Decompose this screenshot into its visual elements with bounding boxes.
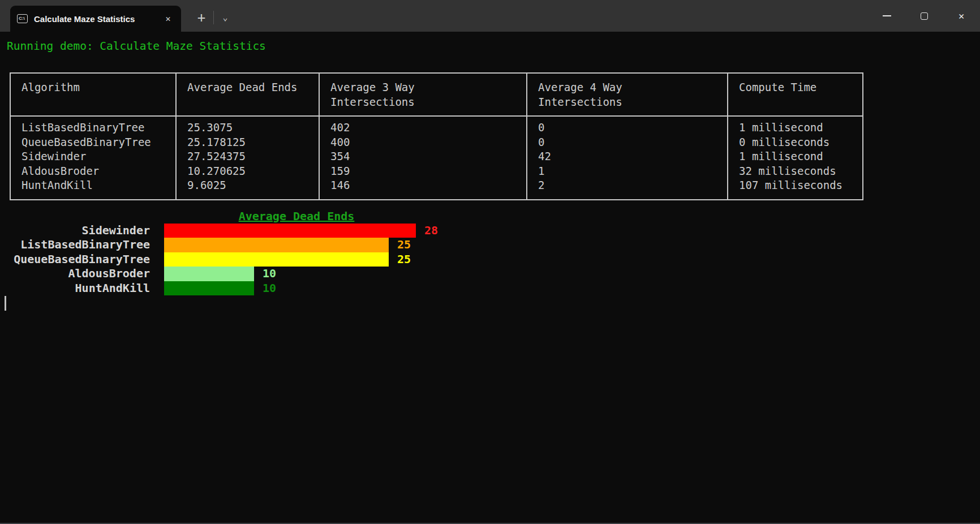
table-column: ListBasedBinaryTreeQueueBasedBinaryTreeS…	[11, 117, 177, 199]
table-header-cell: Average Dead Ends	[177, 74, 320, 115]
chart-row: HuntAndKill10	[0, 281, 980, 296]
window-controls: ✕	[868, 0, 980, 32]
minimize-button[interactable]	[868, 0, 905, 32]
titlebar: C:\ Calculate Maze Statistics ✕ + ⌄ ✕	[0, 0, 980, 32]
table-cell: Sidewinder	[22, 149, 175, 164]
chart-bar	[164, 267, 254, 281]
chart-title: Average Dead Ends	[239, 209, 355, 223]
stats-table-body: ListBasedBinaryTreeQueueBasedBinaryTreeS…	[11, 117, 862, 199]
table-header-cell: Algorithm	[11, 74, 177, 115]
table-cell: 354	[330, 149, 526, 164]
table-cell: 1 millisecond	[739, 121, 862, 135]
table-cell: 146	[330, 178, 526, 193]
table-header-cell: Average 3 Way Intersections	[320, 74, 527, 115]
chart-bar	[164, 281, 254, 296]
minimize-icon	[883, 15, 891, 16]
table-cell: 2	[538, 178, 727, 193]
chevron-down-icon: ⌄	[222, 12, 227, 23]
table-cell: 400	[330, 135, 526, 150]
table-cell: 32 milliseconds	[739, 164, 862, 179]
maximize-icon	[921, 12, 928, 20]
running-demo-line: Running demo: Calculate Maze Statistics	[7, 39, 980, 54]
table-cell: AldousBroder	[22, 164, 175, 179]
close-icon: ✕	[958, 10, 964, 22]
chart-value-label: 10	[263, 267, 276, 281]
table-cell: 25.3075	[187, 121, 319, 135]
table-cell: 42	[538, 149, 727, 164]
table-cell: 25.178125	[187, 135, 319, 150]
average-dead-ends-chart: Average Dead Ends Sidewinder28ListBasedB…	[0, 209, 980, 296]
table-cell: 402	[330, 121, 526, 135]
tab-dropdown-button[interactable]: ⌄	[216, 8, 235, 27]
table-cell: 9.6025	[187, 178, 319, 193]
table-cell: 1	[538, 164, 727, 179]
table-header-cell: Average 4 Way Intersections	[527, 74, 728, 115]
chart-bar	[164, 252, 389, 267]
chart-row: AldousBroder10	[0, 267, 980, 281]
table-cell: 27.524375	[187, 149, 319, 164]
table-column: 1 millisecond0 milliseconds1 millisecond…	[728, 117, 862, 199]
maze-statistics-table: AlgorithmAverage Dead EndsAverage 3 Way …	[10, 72, 863, 200]
table-cell: 1 millisecond	[739, 149, 862, 164]
chart-bar	[164, 224, 416, 238]
chart-category-label: Sidewinder	[0, 224, 150, 238]
chart-value-label: 25	[397, 252, 411, 267]
chart-rows: Sidewinder28ListBasedBinaryTree25QueueBa…	[0, 224, 980, 296]
chart-value-label: 28	[424, 224, 438, 238]
new-tab-button[interactable]: +	[191, 8, 212, 27]
maximize-button[interactable]	[905, 0, 943, 32]
table-cell: 0 milliseconds	[739, 135, 862, 150]
chart-row: QueueBasedBinaryTree25	[0, 252, 980, 267]
close-button[interactable]: ✕	[943, 0, 980, 32]
chart-title-wrap: Average Dead Ends	[0, 209, 593, 224]
tab-title: Calculate Maze Statistics	[34, 14, 160, 24]
tabbar-divider	[213, 11, 214, 24]
table-cell: 107 milliseconds	[739, 178, 862, 193]
chart-row: Sidewinder28	[0, 224, 980, 238]
cmd-icon: C:\	[17, 14, 28, 23]
tab-close-icon[interactable]: ✕	[160, 10, 177, 27]
table-column: 402400354159146	[320, 117, 527, 199]
chart-row: ListBasedBinaryTree25	[0, 238, 980, 252]
table-cell: ListBasedBinaryTree	[22, 121, 175, 135]
table-cell: 10.270625	[187, 164, 319, 179]
table-cell: HuntAndKill	[22, 178, 175, 193]
table-cell: QueueBasedBinaryTree	[22, 135, 175, 150]
chart-bar	[164, 238, 389, 252]
table-cell: 0	[538, 135, 727, 150]
terminal-cursor[interactable]	[5, 296, 6, 311]
chart-category-label: QueueBasedBinaryTree	[0, 252, 150, 267]
chart-category-label: AldousBroder	[0, 267, 150, 281]
tab-calculate-maze-statistics[interactable]: C:\ Calculate Maze Statistics ✕	[10, 6, 181, 32]
terminal-output: Running demo: Calculate Maze Statistics …	[0, 32, 980, 311]
chart-category-label: ListBasedBinaryTree	[0, 238, 150, 252]
table-header-row: AlgorithmAverage Dead EndsAverage 3 Way …	[11, 74, 862, 117]
chart-value-label: 25	[397, 238, 411, 252]
table-header-cell: Compute Time	[728, 74, 862, 115]
chart-category-label: HuntAndKill	[0, 281, 150, 296]
table-cell: 159	[330, 164, 526, 179]
table-cell: 0	[538, 121, 727, 135]
table-column: 25.307525.17812527.52437510.2706259.6025	[177, 117, 320, 199]
table-column: 004212	[527, 117, 728, 199]
chart-value-label: 10	[263, 281, 276, 296]
